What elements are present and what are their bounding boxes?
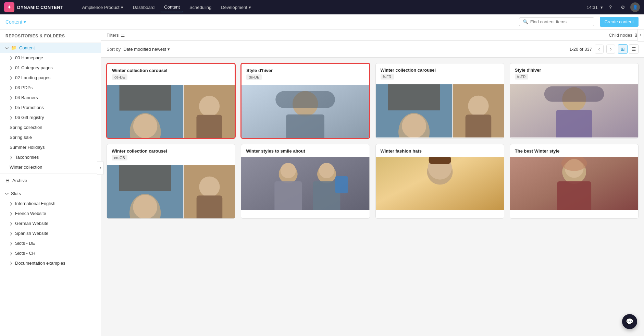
chevron-icon: ❯	[10, 241, 12, 245]
sidebar-item-category[interactable]: ❯ 01 Category pages	[0, 63, 101, 73]
sidebar-item-french[interactable]: ❯ French Website	[0, 208, 101, 218]
chevron-icon: ❯	[10, 56, 12, 60]
card-title-7: Winter fashion hats	[381, 148, 499, 154]
sidebar-item-taxonomies[interactable]: ❯ Taxonomies	[0, 152, 101, 162]
search-input[interactable]	[530, 19, 591, 24]
card-header-1: Winter collection carousel de-DE	[107, 64, 235, 85]
svg-rect-20	[388, 84, 440, 110]
svg-point-46	[281, 163, 296, 178]
sidebar-label: Archive	[12, 178, 27, 183]
card-image-1	[107, 85, 235, 138]
sidebar-label-content: Content	[19, 45, 35, 50]
settings-icon-btn[interactable]: ⚙	[618, 2, 628, 12]
chevron-icon: ❯	[10, 106, 12, 109]
content-card-5[interactable]: Winter collection carousel en-GB	[107, 144, 235, 219]
content-card-8[interactable]: The best Winter style	[510, 144, 639, 219]
sidebar-item-summer[interactable]: Summer Holidays	[0, 142, 101, 152]
content-card-7[interactable]: Winter fashion hats	[375, 144, 504, 219]
card-title-2: Style d'hiver	[246, 68, 364, 73]
svg-rect-30	[556, 110, 592, 137]
child-nodes-label: Child nodes	[609, 33, 632, 38]
nav-item-development[interactable]: Development ▾	[218, 3, 255, 12]
sidebar-item-homepage[interactable]: ❯ 00 Homepage	[0, 53, 101, 63]
nav-item-content[interactable]: Content	[161, 2, 183, 12]
content-breadcrumb[interactable]: Content ▾	[5, 19, 26, 25]
content-card-2[interactable]: Style d'hiver de-DE	[241, 63, 370, 139]
nav-item-amplience[interactable]: Amplience Product ▾	[79, 3, 127, 12]
card-title-8: The best Winter style	[515, 148, 633, 154]
chevron-icon: ❯	[10, 261, 12, 265]
sidebar-label: International English	[15, 201, 55, 206]
svg-point-49	[319, 163, 334, 178]
sidebar-label: 03 PDPs	[15, 85, 33, 90]
svg-rect-39	[197, 195, 223, 218]
content-section-icon: 📁	[11, 45, 16, 50]
card-locale-5: en-GB	[112, 155, 127, 160]
sidebar-item-german[interactable]: ❯ German Website	[0, 218, 101, 228]
chevron-down-icon: ▾	[24, 19, 26, 25]
sidebar-label: Documentation examples	[15, 261, 65, 266]
card-header-6: Winter styles to smile about	[241, 144, 369, 157]
content-card-6[interactable]: Winter styles to smile about	[241, 144, 370, 219]
content-card-3[interactable]: Winter collection carousel fr-FR	[375, 63, 504, 139]
card-locale-4: fr-FR	[515, 74, 528, 80]
prev-page-button[interactable]: ‹	[595, 45, 604, 53]
sidebar-item-spring[interactable]: Spring collection	[0, 122, 101, 132]
nav-item-dashboard[interactable]: Dashboard	[129, 3, 158, 12]
chevron-icon: ❯	[10, 116, 12, 119]
sidebar-label: Taxonomies	[15, 155, 39, 160]
card-image-5	[107, 165, 235, 218]
sidebar-label: 04 Banners	[15, 95, 38, 100]
content-card-1[interactable]: Winter collection carousel de-DE	[107, 63, 235, 139]
scroll-right-button[interactable]: ›	[637, 29, 644, 42]
chevron-down-icon: ▾	[168, 47, 170, 52]
nav-item-scheduling[interactable]: Scheduling	[186, 3, 215, 12]
sidebar-label: 05 Promotions	[15, 105, 44, 110]
content-card-4[interactable]: Style d'hiver fr-FR	[510, 63, 639, 139]
chat-button[interactable]: 💬	[622, 314, 637, 329]
svg-rect-23	[466, 115, 492, 137]
sidebar-item-international[interactable]: ❯ International English	[0, 199, 101, 208]
sidebar-label: Spring sale	[10, 135, 32, 140]
filters-button[interactable]: Filters ⚌	[107, 32, 125, 38]
sidebar-item-gift[interactable]: ❯ 06 Gift registry	[0, 112, 101, 122]
sidebar-item-banners[interactable]: ❯ 04 Banners	[0, 93, 101, 103]
list-view-button[interactable]: ☰	[629, 44, 639, 54]
sidebar-item-winter[interactable]: Winter collection	[0, 162, 101, 172]
sidebar-item-pdps[interactable]: ❯ 03 PDPs	[0, 83, 101, 93]
chevron-icon: ❯	[10, 221, 12, 225]
sidebar-toggle-button[interactable]: ‹	[97, 161, 104, 175]
child-nodes-button[interactable]: Child nodes ⊞	[609, 32, 639, 38]
chevron-down-icon[interactable]: ▾	[600, 5, 603, 10]
sidebar-item-content[interactable]: ❯ 📁 Content	[0, 43, 101, 53]
sidebar-item-archive[interactable]: ⊟ Archive	[0, 175, 101, 185]
svg-point-19	[402, 114, 426, 137]
sort-value: Date modified newest	[123, 47, 166, 52]
card-image-4	[510, 84, 638, 137]
sidebar-item-docs[interactable]: ❯ Documentation examples	[0, 258, 101, 268]
svg-rect-7	[197, 115, 222, 138]
user-avatar[interactable]: 👤	[630, 2, 640, 12]
sort-select[interactable]: Date modified newest ▾	[123, 47, 170, 52]
chevron-icon: ❯	[10, 251, 12, 255]
sidebar-item-slots-de[interactable]: ❯ Slots - DE	[0, 238, 101, 248]
sidebar-item-promotions[interactable]: ❯ 05 Promotions	[0, 103, 101, 112]
chevron-icon: ❯	[10, 202, 12, 205]
time-display: 14:31	[586, 5, 598, 10]
archive-icon: ⊟	[5, 178, 10, 183]
sidebar-item-slots-ch[interactable]: ❯ Slots - CH	[0, 248, 101, 258]
create-content-button[interactable]: Create content	[600, 17, 639, 27]
nav-right-controls: 14:31 ▾ ? ⚙ 👤	[586, 2, 640, 12]
grid-view-button[interactable]: ⊞	[618, 44, 628, 54]
next-page-button[interactable]: ›	[606, 45, 615, 53]
search-box[interactable]: 🔍	[519, 17, 594, 26]
sidebar-item-springsale[interactable]: Spring sale	[0, 132, 101, 142]
sidebar-item-spanish[interactable]: ❯ Spanish Website	[0, 228, 101, 238]
sidebar-item-landing[interactable]: ❯ 02 Landing pages	[0, 73, 101, 83]
sidebar-item-slots[interactable]: ❯ Slots	[0, 189, 101, 199]
card-image-8	[510, 157, 638, 210]
logo-area[interactable]: ✦ DYNAMIC CONTENT	[4, 2, 63, 12]
card-header-2: Style d'hiver de-DE	[242, 64, 369, 85]
sort-label: Sort by	[107, 47, 121, 52]
help-icon-btn[interactable]: ?	[606, 2, 615, 12]
